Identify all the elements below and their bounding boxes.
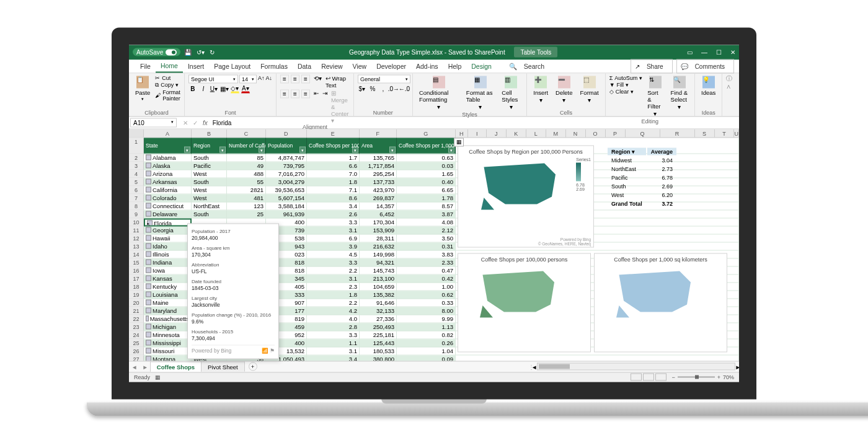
border-button[interactable]: ▦▾ xyxy=(220,84,229,93)
paste-button[interactable]: 📋Paste▾ xyxy=(133,74,153,102)
geography-icon[interactable] xyxy=(146,331,151,337)
row-header[interactable]: 3 xyxy=(129,162,144,170)
cell-area[interactable]: 6,452 xyxy=(360,210,397,218)
row-header[interactable]: 5 xyxy=(129,178,144,186)
cell-state[interactable]: Colorado xyxy=(144,194,192,202)
share-button[interactable]: ↗ Share xyxy=(631,59,673,73)
new-sheet-button[interactable]: + xyxy=(249,362,257,371)
ribbon-display-icon[interactable]: ▭ xyxy=(687,49,693,56)
col-header[interactable]: P xyxy=(606,129,626,137)
cell-per100k[interactable]: 7.1 xyxy=(307,186,360,194)
cell-num[interactable]: 123 xyxy=(227,202,266,210)
cell-state[interactable]: Iowa xyxy=(144,266,192,274)
cell-pop[interactable]: 3,004,279 xyxy=(266,178,307,186)
geography-icon[interactable] xyxy=(146,195,151,200)
tab-data[interactable]: Data xyxy=(293,60,316,72)
table-header[interactable]: Area▾ xyxy=(360,138,397,154)
insert-data-icon[interactable]: ▦ xyxy=(454,138,464,146)
format-as-table-button[interactable]: ▦Format as Table▾ xyxy=(464,74,497,111)
row-header[interactable]: 9 xyxy=(129,210,144,218)
cell-area[interactable]: 135,382 xyxy=(360,291,397,299)
cell-pop[interactable]: 39,536,653 xyxy=(266,186,307,194)
save-icon[interactable]: 💾 xyxy=(184,49,192,56)
zoom-in-button[interactable]: + xyxy=(717,374,720,380)
row-header[interactable]: 23 xyxy=(129,323,144,331)
tab-formulas[interactable]: Formulas xyxy=(255,60,293,72)
row-header[interactable]: 13 xyxy=(129,242,144,250)
col-header[interactable]: G xyxy=(397,129,456,137)
tab-file[interactable]: File xyxy=(135,60,156,72)
geography-icon[interactable] xyxy=(146,203,151,208)
cell-area[interactable]: 180,533 xyxy=(360,347,397,355)
normal-view-icon[interactable] xyxy=(631,374,642,381)
cell-area[interactable]: 216,632 xyxy=(360,242,397,250)
geography-icon[interactable] xyxy=(146,251,151,257)
format-cells-button[interactable]: ⬚Format▾ xyxy=(578,74,601,104)
row-header[interactable]: 4 xyxy=(129,170,144,178)
cell-persqkm[interactable]: 0.62 xyxy=(397,291,456,299)
fill-button[interactable]: ▼ Fill ▾ xyxy=(609,81,643,87)
cell-per100k[interactable]: 3.4 xyxy=(307,202,360,210)
cell-region[interactable]: Pacific xyxy=(192,162,227,170)
grow-font-icon[interactable]: A↑ xyxy=(258,74,265,83)
col-header[interactable]: U xyxy=(734,129,739,137)
toggle-on-icon[interactable] xyxy=(166,49,177,55)
col-header[interactable]: L xyxy=(526,129,546,137)
tab-help[interactable]: Help xyxy=(443,60,467,72)
col-header[interactable]: Q xyxy=(626,129,660,137)
pivot-table[interactable]: Region ▾Average Midwest3.04 NorthEast2.7… xyxy=(606,146,678,208)
tab-review[interactable]: Review xyxy=(316,60,347,72)
font-color-button[interactable]: A▾ xyxy=(241,84,250,93)
cell-per100k[interactable]: 6.6 xyxy=(307,162,360,170)
col-header[interactable]: C xyxy=(227,129,266,137)
cell-state[interactable]: California xyxy=(144,186,192,194)
cell-region[interactable]: South xyxy=(192,178,227,186)
cell-persqkm[interactable]: 3.50 xyxy=(397,234,456,242)
zoom-slider[interactable] xyxy=(678,377,715,378)
shrink-font-icon[interactable]: A↓ xyxy=(265,74,272,83)
geography-icon[interactable] xyxy=(146,348,151,353)
cell-persqkm[interactable]: 0.40 xyxy=(397,178,456,186)
cell-state[interactable]: Georgia xyxy=(144,226,192,234)
cell-pop[interactable]: 961,939 xyxy=(266,210,307,218)
row-header[interactable]: 24 xyxy=(129,331,144,339)
cell-state[interactable]: Louisiana xyxy=(144,291,192,299)
cell-state[interactable]: Indiana xyxy=(144,258,192,266)
cell-pop[interactable]: 3,588,184 xyxy=(266,202,307,210)
cell-per100k[interactable]: 4.2 xyxy=(307,307,360,315)
cell-persqkm[interactable]: 2.33 xyxy=(397,258,456,266)
geography-icon[interactable] xyxy=(146,299,151,305)
geography-icon[interactable] xyxy=(146,186,151,192)
cell-persqkm[interactable]: 0.03 xyxy=(397,162,456,170)
row-header[interactable]: 8 xyxy=(129,202,144,210)
cell-styles-button[interactable]: ▥Cell Styles▾ xyxy=(499,74,523,111)
cell-per100k[interactable]: 2.2 xyxy=(307,299,360,307)
sort-filter-button[interactable]: ⇅Sort & Filter▾ xyxy=(645,74,665,118)
cell-region[interactable]: South xyxy=(192,210,227,218)
cell-region[interactable]: West xyxy=(192,170,227,178)
table-header[interactable]: Region▾ xyxy=(192,138,227,154)
search-box[interactable]: 🔍 Search xyxy=(504,59,554,72)
row-header[interactable]: 14 xyxy=(129,250,144,258)
comma-icon[interactable]: , xyxy=(379,84,388,93)
geography-icon[interactable] xyxy=(146,178,151,184)
zoom-out-button[interactable]: − xyxy=(671,374,675,380)
underline-button[interactable]: U▾ xyxy=(210,84,218,93)
cell-state[interactable]: Minnesota xyxy=(144,331,192,339)
cell-persqkm[interactable]: 2.12 xyxy=(397,226,456,234)
fx-icon[interactable]: fx xyxy=(203,119,208,126)
font-name-select[interactable]: Segoe UI▾ xyxy=(188,74,238,83)
cell-num[interactable]: 25 xyxy=(227,210,266,218)
sheet-tab[interactable]: Pivot Sheet xyxy=(201,362,245,372)
dec-decimal-icon[interactable]: ←.0 xyxy=(400,84,409,93)
cell-area[interactable]: 225,181 xyxy=(360,331,397,339)
cell-per100k[interactable]: 3.3 xyxy=(307,331,360,339)
merge-button[interactable]: ⊞ Merge & Center ▾ xyxy=(331,89,350,123)
inc-indent-icon[interactable]: ⇥ xyxy=(322,89,327,123)
cell-per100k[interactable]: 1.1 xyxy=(307,339,360,347)
cell-per100k[interactable]: 2.3 xyxy=(307,283,360,291)
cell-persqkm[interactable]: 8.57 xyxy=(397,202,456,210)
cell-pop[interactable]: 739,795 xyxy=(266,162,307,170)
undo-icon[interactable]: ↺▾ xyxy=(197,49,205,56)
cell-state[interactable]: Hawaii xyxy=(144,234,192,242)
